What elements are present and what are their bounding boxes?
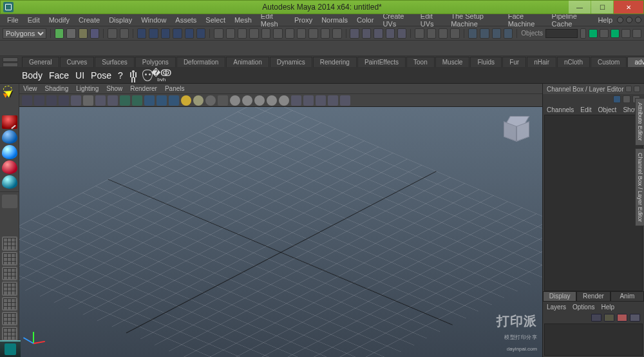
new-layer-icon[interactable] [591, 314, 601, 322]
panel-tool-icon[interactable] [108, 95, 118, 106]
panel-tool-icon[interactable] [328, 95, 338, 106]
render-icon[interactable] [468, 28, 477, 39]
panel-menu-lighting[interactable]: Lighting [76, 85, 99, 92]
outliner-layout[interactable] [2, 282, 17, 295]
panel-close-icon[interactable] [634, 86, 640, 92]
render-icon[interactable] [480, 28, 489, 39]
shaded-icon[interactable] [156, 95, 167, 106]
search-dropdown-icon[interactable] [580, 28, 586, 39]
mask-icon[interactable] [321, 28, 330, 39]
panel-menu-panels[interactable]: Panels [165, 85, 185, 92]
panel-menu-show[interactable]: Show [106, 85, 122, 92]
hypershade-layout[interactable] [2, 312, 17, 325]
status-icon[interactable] [55, 28, 64, 39]
render-icon[interactable] [492, 28, 501, 39]
wireframe-icon[interactable] [144, 95, 155, 106]
layer-icon[interactable] [604, 314, 614, 322]
light-icon[interactable] [193, 95, 204, 106]
single-pane-layout[interactable] [2, 236, 17, 250]
redo-icon[interactable] [120, 28, 129, 39]
render-icon[interactable] [504, 28, 513, 39]
layer-icon[interactable] [630, 314, 640, 322]
shelf-body-button[interactable]: Body [19, 70, 45, 81]
panel-tool-icon[interactable] [34, 95, 44, 106]
panel-tool-icon[interactable] [340, 95, 350, 106]
script-layout[interactable] [2, 327, 17, 340]
open-scene-icon[interactable] [79, 28, 88, 39]
menu-assets[interactable]: Assets [171, 15, 201, 24]
side-tab-attribute-editor[interactable]: Attribute Editor [635, 98, 644, 146]
toggle-tool-settings-icon[interactable] [600, 29, 609, 38]
history-icon[interactable] [439, 28, 448, 39]
light-icon[interactable] [181, 95, 191, 106]
menu-mesh[interactable]: Mesh [230, 15, 256, 24]
snap-plane-icon[interactable] [386, 28, 395, 39]
history-icon[interactable] [450, 28, 459, 39]
shelf-tab-muscle[interactable]: Muscle [435, 57, 470, 67]
mask-icon[interactable] [297, 28, 306, 39]
search-input[interactable] [545, 29, 578, 38]
scale-tool[interactable] [2, 160, 17, 174]
shelf-tab-advancedskeleton[interactable]: advancedSkeleton [627, 57, 644, 67]
rotate-tool[interactable] [2, 145, 17, 159]
lasso-tool[interactable] [2, 100, 17, 113]
toggle-channel-box-icon[interactable] [611, 29, 620, 38]
chan-menu-edit[interactable]: Edit [580, 106, 591, 113]
chan-menu-channels[interactable]: Channels [547, 106, 574, 113]
two-pane-layout[interactable] [2, 267, 17, 280]
sel-object-icon[interactable] [173, 28, 182, 39]
shelf-tab-rendering[interactable]: Rendering [313, 57, 357, 67]
grid-toggle-icon[interactable] [83, 95, 93, 106]
mask-icon[interactable] [214, 28, 223, 39]
menu-edit[interactable]: Edit [23, 15, 44, 24]
taskbar-maya-icon[interactable] [0, 340, 21, 357]
view-cube[interactable] [502, 116, 531, 144]
mask-icon[interactable] [308, 28, 317, 39]
history-icon[interactable] [415, 28, 424, 39]
minimize-button[interactable]: — [569, 1, 591, 14]
snap-curve-icon[interactable] [362, 28, 371, 39]
mask-icon[interactable] [273, 28, 282, 39]
sel-edge-icon[interactable] [149, 28, 158, 39]
shelf-tab-deformation[interactable]: Deformation [176, 57, 225, 67]
close-button[interactable]: ✕ [614, 1, 643, 14]
panel-tool-icon[interactable] [132, 95, 142, 106]
menu-display[interactable]: Display [104, 15, 137, 24]
mask-icon[interactable] [238, 28, 247, 39]
shelf-pose-button[interactable]: Pose [88, 70, 114, 81]
shelf-tab-polygons[interactable]: Polygons [135, 57, 176, 67]
panel-tool-icon[interactable] [120, 95, 130, 106]
shelf-help-button[interactable]: ? [115, 70, 126, 81]
layer-menu-layers[interactable]: Layers [547, 304, 566, 311]
snap-point-icon[interactable] [374, 28, 383, 39]
manipulator-tool[interactable] [2, 175, 17, 189]
isolate-icon[interactable] [242, 95, 252, 106]
mask-icon[interactable] [332, 28, 341, 39]
shelf-face-button[interactable]: Face [46, 70, 71, 81]
four-view-layout[interactable] [2, 252, 17, 265]
panel-tool-icon[interactable] [95, 95, 106, 106]
panel-menu-shading[interactable]: Shading [45, 85, 69, 92]
shelf-tab-general[interactable]: General [22, 57, 59, 67]
history-icon[interactable] [427, 28, 436, 39]
shelf-tab-fluids[interactable]: Fluids [470, 57, 502, 67]
shelf-tab-dynamics[interactable]: Dynamics [270, 57, 312, 67]
shelf-tab-painteffects[interactable]: PaintEffects [357, 57, 406, 67]
sel-uv-icon[interactable] [185, 28, 194, 39]
person-icon[interactable] [127, 69, 140, 82]
shelf-tab-surfaces[interactable]: Surfaces [95, 57, 134, 67]
mask-icon[interactable] [249, 28, 258, 39]
menu-proxy[interactable]: Proxy [290, 15, 317, 24]
menu-help[interactable]: Help [593, 15, 617, 24]
snap-live-icon[interactable] [397, 28, 406, 39]
shelf-tab-nhair[interactable]: nHair [527, 57, 556, 67]
panel-tool-icon[interactable] [71, 95, 81, 106]
maximize-button[interactable]: ☐ [591, 1, 613, 14]
perspective-viewport[interactable]: 打印派 模型打印分享 dayinpai.com [19, 107, 542, 357]
sel-multi-icon[interactable] [196, 28, 205, 39]
move-tool[interactable] [2, 130, 17, 144]
panel-tool-icon[interactable] [59, 95, 69, 106]
layer-editor-body[interactable] [544, 323, 643, 356]
shelf-tab-animation[interactable]: Animation [226, 57, 269, 67]
layer-menu-options[interactable]: Options [573, 304, 594, 311]
